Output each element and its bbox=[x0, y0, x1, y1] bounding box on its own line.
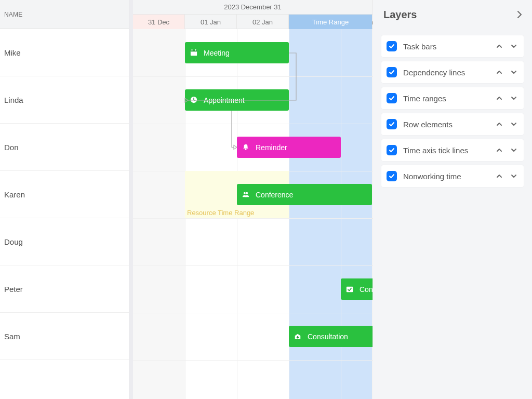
layer-move-up-button[interactable] bbox=[495, 68, 504, 77]
timeline-tick-row: 31 Dec01 Jan02 Jan03 Jan04 JanTime Range bbox=[133, 15, 373, 29]
layer-checkbox[interactable] bbox=[387, 119, 397, 129]
svg-point-5 bbox=[245, 148, 247, 150]
row-divider bbox=[133, 218, 373, 219]
users-icon bbox=[242, 191, 250, 199]
resource-row-name[interactable]: Don bbox=[0, 124, 129, 171]
layer-item: Dependency lines bbox=[381, 61, 524, 83]
resource-row-name[interactable]: Doug bbox=[0, 218, 129, 265]
chevron-up-icon bbox=[496, 121, 503, 128]
layer-item: Time ranges bbox=[381, 87, 524, 109]
chevron-up-icon bbox=[496, 43, 503, 50]
timeline-body[interactable]: Resource Time RangeMeetingAppointmentRem… bbox=[133, 29, 373, 399]
check-icon bbox=[389, 121, 395, 127]
chevron-down-icon bbox=[510, 147, 517, 154]
layers-panel-header: Layers bbox=[373, 0, 532, 29]
check-icon bbox=[389, 43, 395, 49]
name-column-header[interactable]: NAME bbox=[0, 0, 129, 29]
calendar-check-icon bbox=[346, 285, 354, 294]
layer-move-down-button[interactable] bbox=[509, 145, 518, 155]
layer-label: Nonworking time bbox=[403, 172, 495, 181]
layer-move-up-button[interactable] bbox=[495, 171, 504, 181]
chevron-up-icon bbox=[496, 172, 503, 180]
resource-row-name[interactable]: Linda bbox=[0, 76, 129, 124]
row-divider bbox=[133, 265, 373, 266]
layer-item: Row elements bbox=[381, 113, 524, 135]
chevron-right-icon bbox=[515, 10, 524, 19]
chevron-down-icon bbox=[510, 172, 517, 180]
timeline-header: 2023 December 31 31 Dec01 Jan02 Jan03 Ja… bbox=[133, 0, 373, 29]
layer-move-up-button[interactable] bbox=[495, 94, 504, 103]
layer-checkbox[interactable] bbox=[387, 41, 397, 51]
chevron-down-icon bbox=[510, 43, 517, 50]
check-icon bbox=[389, 173, 395, 179]
chevron-up-icon bbox=[496, 147, 503, 154]
layer-move-down-button[interactable] bbox=[509, 42, 518, 51]
layer-label: Dependency lines bbox=[403, 68, 495, 77]
tick-header-cell[interactable]: 31 Dec bbox=[133, 15, 185, 29]
chevron-down-icon bbox=[510, 121, 517, 128]
chevron-up-icon bbox=[496, 95, 503, 102]
svg-point-6 bbox=[244, 192, 246, 194]
row-divider bbox=[133, 360, 373, 361]
check-icon bbox=[389, 147, 395, 153]
layer-item: Nonworking time bbox=[381, 165, 524, 187]
layer-move-down-button[interactable] bbox=[509, 119, 518, 129]
layer-move-up-button[interactable] bbox=[495, 119, 504, 129]
task-bar[interactable]: Consultation bbox=[289, 326, 373, 347]
layer-list: Task barsDependency linesTime rangesRow … bbox=[373, 29, 532, 187]
row-divider bbox=[133, 124, 373, 124]
chevron-down-icon bbox=[510, 95, 517, 102]
tick-header-cell[interactable]: 01 Jan bbox=[185, 15, 237, 29]
task-label: Reminder bbox=[256, 143, 287, 152]
task-bar[interactable]: Conference bbox=[237, 184, 372, 205]
check-icon bbox=[389, 95, 395, 101]
svg-point-7 bbox=[246, 192, 248, 194]
row-divider bbox=[133, 313, 373, 313]
time-range-header[interactable]: Time Range bbox=[289, 15, 372, 29]
resource-row-name[interactable]: Sam bbox=[0, 313, 129, 360]
layer-label: Row elements bbox=[403, 120, 495, 129]
layer-move-down-button[interactable] bbox=[509, 94, 518, 103]
layer-checkbox[interactable] bbox=[387, 67, 397, 77]
column-splitter[interactable] bbox=[129, 0, 133, 399]
layer-label: Task bars bbox=[403, 42, 495, 51]
svg-rect-10 bbox=[297, 337, 299, 338]
check-icon bbox=[389, 69, 395, 75]
task-label: Conference bbox=[360, 285, 373, 294]
layer-move-down-button[interactable] bbox=[509, 68, 518, 77]
dependency-line bbox=[182, 51, 300, 104]
chevron-down-icon bbox=[510, 69, 517, 76]
layer-item: Task bars bbox=[381, 35, 524, 57]
layer-label: Time ranges bbox=[403, 94, 495, 103]
layer-move-down-button[interactable] bbox=[509, 171, 518, 181]
clinic-icon bbox=[294, 332, 302, 341]
layers-panel: Layers Task barsDependency linesTime ran… bbox=[373, 0, 532, 399]
layer-checkbox[interactable] bbox=[387, 145, 397, 155]
layer-label: Time axis tick lines bbox=[403, 146, 495, 155]
resource-row-name[interactable]: Karen bbox=[0, 171, 129, 218]
task-bar[interactable]: Reminder bbox=[237, 137, 341, 158]
task-label: Conference bbox=[256, 191, 293, 199]
layer-move-up-button[interactable] bbox=[495, 42, 504, 51]
resource-row-name[interactable]: Peter bbox=[0, 265, 129, 313]
chevron-up-icon bbox=[496, 69, 503, 76]
name-column: NAME MikeLindaDonKarenDougPeterSam bbox=[0, 0, 129, 399]
nonworking-zone bbox=[133, 29, 185, 399]
resource-time-range-label: Resource Time Range bbox=[187, 209, 254, 217]
task-label: Consultation bbox=[308, 332, 348, 341]
dependency-line bbox=[230, 109, 242, 152]
bell-icon bbox=[242, 143, 250, 152]
task-bar[interactable]: Conference bbox=[341, 278, 373, 300]
layer-move-up-button[interactable] bbox=[495, 145, 504, 155]
layer-checkbox[interactable] bbox=[387, 93, 397, 103]
resource-row-name[interactable]: Mike bbox=[0, 29, 129, 76]
layer-item: Time axis tick lines bbox=[381, 139, 524, 161]
gantt-view: NAME MikeLindaDonKarenDougPeterSam 2023 … bbox=[0, 0, 373, 399]
layer-checkbox[interactable] bbox=[387, 171, 397, 181]
layers-panel-title: Layers bbox=[383, 9, 417, 21]
timeline-top-header[interactable]: 2023 December 31 bbox=[133, 0, 373, 15]
svg-rect-8 bbox=[347, 286, 353, 292]
panel-collapse-button[interactable] bbox=[515, 10, 524, 19]
tick-header-cell[interactable]: 02 Jan bbox=[237, 15, 289, 29]
